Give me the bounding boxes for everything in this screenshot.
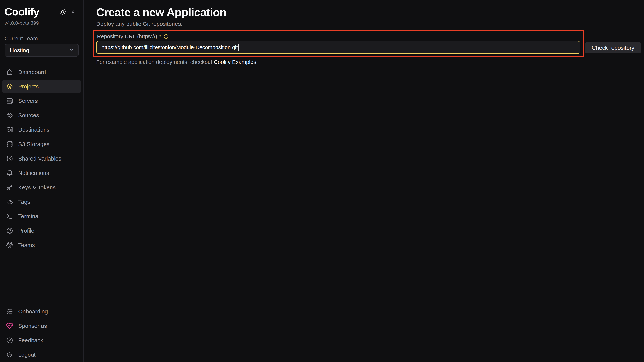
coolify-app: Coolify v4.0.0-beta.399 Current Team Hos…	[0, 0, 644, 362]
coolify-examples-link[interactable]: Coolify Examples	[214, 59, 256, 65]
sidebar-item-dashboard[interactable]: Dashboard	[2, 66, 82, 78]
sidebar-item-label: Sponsor us	[18, 323, 47, 329]
logout-icon	[6, 351, 13, 358]
bell-icon	[6, 169, 13, 177]
sidebar-item-destinations[interactable]: Destinations	[2, 124, 82, 136]
sidebar-item-tags[interactable]: Tags	[2, 196, 82, 208]
text-caret	[238, 44, 239, 51]
users-icon	[6, 242, 13, 249]
helper-prefix: For example application deployments, che…	[96, 59, 214, 65]
sidebar-item-sponsor-us[interactable]: Sponsor us	[2, 320, 82, 332]
team-select[interactable]: Hosting	[4, 44, 79, 57]
sidebar-item-label: Keys & Tokens	[18, 184, 56, 191]
sidebar-item-label: Destinations	[18, 126, 50, 133]
checklist-icon	[6, 308, 13, 315]
app-logo[interactable]: Coolify	[4, 7, 39, 17]
sidebar-item-terminal[interactable]: Terminal	[2, 210, 82, 222]
page-subtitle: Deploy any public Git repositories.	[96, 21, 644, 27]
chevrons-up-down-icon[interactable]	[70, 9, 76, 15]
sidebar-item-shared-variables[interactable]: Shared Variables	[2, 152, 82, 165]
team-select-value: Hosting	[10, 47, 29, 54]
sidebar-item-label: Terminal	[18, 213, 40, 220]
repository-url-label: Repository URL (https://)	[97, 33, 157, 40]
sidebar-item-label: Teams	[18, 242, 35, 248]
page-title: Create a new Application	[96, 6, 644, 19]
variables-icon	[6, 155, 13, 162]
sidebar-item-keys-tokens[interactable]: Keys & Tokens	[2, 182, 82, 194]
key-icon	[6, 184, 13, 191]
check-repository-button[interactable]: Check repository	[585, 42, 641, 53]
git-source-icon	[6, 112, 13, 119]
main-content: Create a new Application Deploy any publ…	[84, 0, 644, 362]
sidebar-item-s3-storages[interactable]: S3 Storages	[2, 138, 82, 150]
sidebar-item-onboarding[interactable]: Onboarding	[2, 305, 82, 318]
user-circle-icon	[6, 227, 13, 234]
sidebar-item-servers[interactable]: Servers	[2, 95, 82, 107]
sidebar-item-projects[interactable]: Projects	[2, 80, 82, 93]
help-circle-icon	[6, 337, 13, 344]
sidebar-item-label: Dashboard	[18, 69, 46, 75]
chevron-down-icon	[68, 47, 74, 54]
sidebar-item-label: Sources	[18, 112, 39, 119]
repository-form: Repository URL (https://) * https://gith…	[93, 30, 644, 57]
map-icon	[6, 126, 13, 133]
sidebar-footer-nav: Onboarding Sponsor us Feedback Logout	[0, 305, 83, 361]
sun-icon[interactable]	[59, 8, 66, 15]
sidebar-item-label: Feedback	[18, 337, 43, 343]
sidebar-header: Coolify	[0, 0, 83, 17]
helper-text: For example application deployments, che…	[96, 59, 644, 65]
home-icon	[6, 69, 13, 76]
sidebar: Coolify v4.0.0-beta.399 Current Team Hos…	[0, 0, 84, 362]
current-team-label: Current Team	[4, 36, 79, 42]
database-icon	[6, 141, 13, 148]
sidebar-item-logout[interactable]: Logout	[2, 349, 82, 361]
repository-url-input[interactable]: https://github.com/illicitestonion/Modul…	[96, 41, 580, 54]
info-icon[interactable]	[164, 34, 169, 39]
sidebar-header-icons	[59, 8, 76, 15]
sidebar-item-label: Projects	[18, 83, 39, 90]
terminal-icon	[6, 213, 13, 220]
sidebar-item-label: Tags	[18, 199, 30, 205]
sidebar-item-label: S3 Storages	[18, 141, 50, 147]
repository-url-value: https://github.com/illicitestonion/Modul…	[102, 44, 238, 51]
layers-icon	[6, 83, 13, 90]
sidebar-item-profile[interactable]: Profile	[2, 225, 82, 237]
required-asterisk: *	[159, 33, 161, 40]
sidebar-item-notifications[interactable]: Notifications	[2, 167, 82, 179]
annotation-highlight-box: Repository URL (https://) * https://gith…	[93, 30, 584, 57]
sidebar-item-label: Logout	[18, 351, 36, 358]
repository-url-label-row: Repository URL (https://) *	[96, 34, 580, 39]
sidebar-item-label: Servers	[18, 98, 38, 104]
version-label: v4.0.0-beta.399	[0, 17, 83, 26]
sidebar-item-label: Profile	[18, 228, 34, 234]
sidebar-item-teams[interactable]: Teams	[2, 239, 82, 251]
tags-icon	[6, 198, 13, 206]
sidebar-nav: Dashboard Projects Servers Sources Desti…	[0, 66, 83, 251]
sidebar-item-label: Shared Variables	[18, 155, 61, 162]
helper-suffix: .	[256, 59, 258, 65]
sidebar-item-label: Notifications	[18, 170, 49, 176]
sidebar-item-sources[interactable]: Sources	[2, 109, 82, 121]
heart-handshake-icon	[6, 322, 13, 329]
server-icon	[6, 97, 13, 105]
sidebar-item-label: Onboarding	[18, 308, 48, 315]
sidebar-item-feedback[interactable]: Feedback	[2, 334, 82, 346]
